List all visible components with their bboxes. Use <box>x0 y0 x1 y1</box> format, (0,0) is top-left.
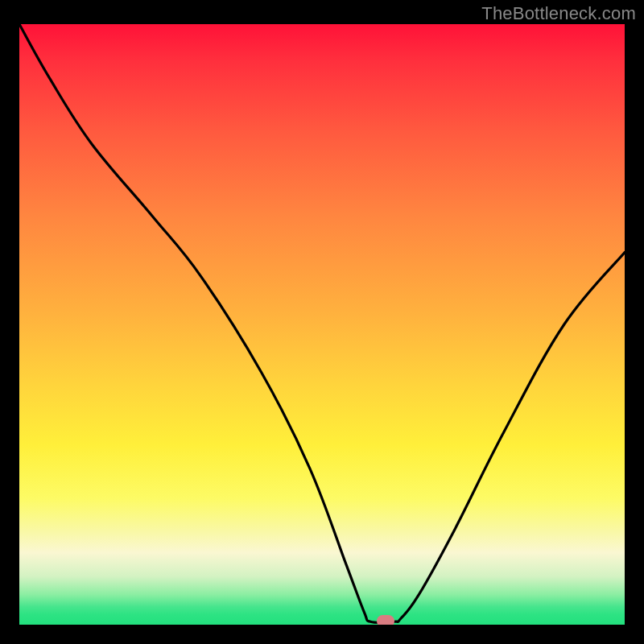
marker-dot <box>377 615 394 625</box>
plot-area <box>19 24 625 625</box>
curve-line <box>19 24 625 622</box>
chart-container: TheBottleneck.com <box>0 0 644 644</box>
curve-svg <box>19 24 625 625</box>
watermark-text: TheBottleneck.com <box>481 3 636 24</box>
